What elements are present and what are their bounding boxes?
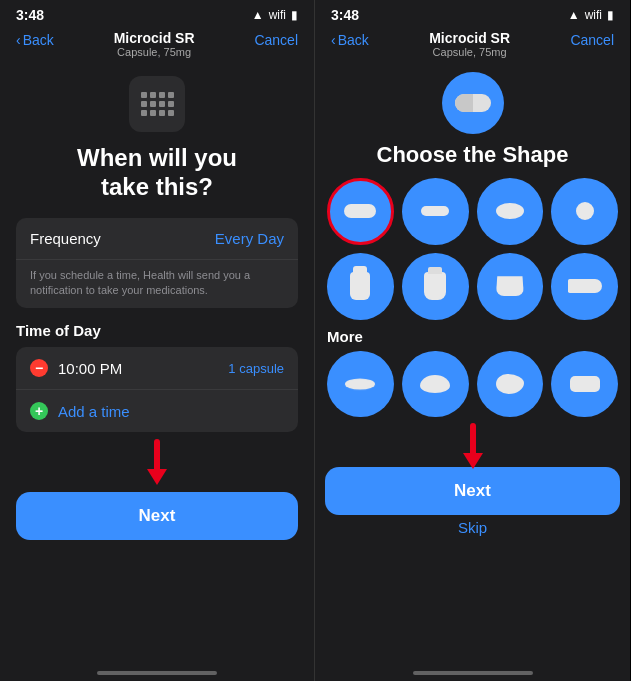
- signal-icon: ▲: [252, 8, 264, 22]
- arrow-shaft-left: [154, 439, 160, 473]
- med-icon-container: [16, 76, 298, 132]
- left-phone-screen: 3:48 ▲ wifi ▮ ‹ Back Microcid SR Capsule…: [0, 0, 315, 681]
- frequency-value: Every Day: [215, 230, 284, 247]
- shape-bottle2[interactable]: [402, 253, 469, 320]
- nav-title-left: Microcid SR: [54, 30, 255, 46]
- chevron-left-icon: ‹: [16, 32, 21, 48]
- capsule-circle-preview: [442, 72, 504, 134]
- rect-icon: [570, 376, 600, 392]
- nav-bar-right: ‹ Back Microcid SR Capsule, 75mg Cancel: [315, 28, 630, 64]
- wifi-icon: wifi: [269, 8, 286, 22]
- choose-shape-heading: Choose the Shape: [325, 142, 620, 168]
- health-note: If you schedule a time, Health will send…: [16, 260, 298, 309]
- back-button-right[interactable]: ‹ Back: [331, 30, 369, 48]
- lens-icon: [420, 375, 450, 393]
- shape-round-small[interactable]: [551, 178, 618, 245]
- time-quantity: 1 capsule: [228, 361, 284, 376]
- capsule-shape-icon: [344, 204, 376, 218]
- frequency-label: Frequency: [30, 230, 101, 247]
- shapes-grid-row2: [325, 253, 620, 320]
- right-phone-screen: 3:48 ▲ wifi ▮ ‹ Back Microcid SR Capsule…: [315, 0, 630, 681]
- next-button-left[interactable]: Next: [16, 492, 298, 540]
- status-time-left: 3:48: [16, 7, 44, 23]
- back-button-left[interactable]: ‹ Back: [16, 30, 54, 48]
- left-main-content: When will youtake this? Frequency Every …: [0, 64, 314, 665]
- status-bar-right: 3:48 ▲ wifi ▮: [315, 0, 630, 28]
- frequency-row[interactable]: Frequency Every Day: [16, 218, 298, 260]
- capsule-pill-preview: [455, 94, 491, 112]
- med-icon-box: [129, 76, 185, 132]
- shape-capsule[interactable]: [327, 178, 394, 245]
- arrow-container-left: [16, 432, 298, 492]
- shape-cup[interactable]: [477, 253, 544, 320]
- shapes-grid-row1: [325, 178, 620, 245]
- more-section-label: More: [325, 328, 620, 345]
- right-main-content: Choose the Shape: [315, 64, 630, 665]
- add-time-label: Add a time: [58, 403, 130, 420]
- shape-bottle1[interactable]: [327, 253, 394, 320]
- tube-icon: [568, 279, 602, 293]
- nav-center-right: Microcid SR Capsule, 75mg: [369, 30, 571, 58]
- home-indicator-right: [413, 671, 533, 675]
- red-arrow-left: [144, 435, 170, 489]
- status-icons-right: ▲ wifi ▮: [568, 8, 614, 22]
- chevron-left-icon-right: ‹: [331, 32, 336, 48]
- round-small-icon: [576, 202, 594, 220]
- nav-title-right: Microcid SR: [369, 30, 571, 46]
- irregular-icon: [496, 374, 524, 394]
- diamond-icon: [345, 377, 376, 391]
- status-icons-left: ▲ wifi ▮: [252, 8, 298, 22]
- home-indicator-left: [97, 671, 217, 675]
- capsule-preview: [325, 72, 620, 134]
- signal-icon-right: ▲: [568, 8, 580, 22]
- nav-bar-left: ‹ Back Microcid SR Capsule, 75mg Cancel: [0, 28, 314, 64]
- nav-subtitle-left: Capsule, 75mg: [54, 46, 255, 58]
- when-heading: When will youtake this?: [16, 144, 298, 202]
- shape-irregular[interactable]: [477, 351, 544, 418]
- more-shapes-row1: [325, 351, 620, 418]
- time-of-day-label: Time of Day: [16, 322, 298, 339]
- cup-icon: [496, 276, 524, 296]
- arrow-shaft-right: [470, 423, 476, 457]
- nav-subtitle-right: Capsule, 75mg: [369, 46, 571, 58]
- time-entries-container: 10:00 PM 1 capsule Add a time: [16, 347, 298, 432]
- shape-oval[interactable]: [477, 178, 544, 245]
- battery-icon: ▮: [291, 8, 298, 22]
- cancel-button-left[interactable]: Cancel: [254, 30, 298, 48]
- battery-icon-right: ▮: [607, 8, 614, 22]
- bottle1-icon: [350, 272, 370, 300]
- arrow-head-right: [463, 453, 483, 469]
- shape-rect[interactable]: [551, 351, 618, 418]
- cancel-button-right[interactable]: Cancel: [570, 30, 614, 48]
- time-value: 10:00 PM: [58, 360, 228, 377]
- nav-center-left: Microcid SR Capsule, 75mg: [54, 30, 255, 58]
- bottle2-icon: [424, 272, 446, 300]
- add-time-button[interactable]: [30, 402, 48, 420]
- shape-diamond[interactable]: [327, 351, 394, 418]
- oval-icon: [496, 203, 524, 219]
- wifi-icon-right: wifi: [585, 8, 602, 22]
- status-bar-left: 3:48 ▲ wifi ▮: [0, 0, 314, 28]
- next-button-right[interactable]: Next: [325, 467, 620, 515]
- shape-oval-flat[interactable]: [402, 178, 469, 245]
- remove-time-button[interactable]: [30, 359, 48, 377]
- arrow-container-right: [325, 417, 620, 467]
- oval-flat-icon: [421, 206, 449, 216]
- red-arrow-right: [460, 419, 486, 465]
- med-icon-grid: [141, 92, 174, 116]
- shape-tube[interactable]: [551, 253, 618, 320]
- arrow-head-left: [147, 469, 167, 485]
- skip-button[interactable]: Skip: [325, 519, 620, 536]
- shape-lens[interactable]: [402, 351, 469, 418]
- status-time-right: 3:48: [331, 7, 359, 23]
- add-time-entry[interactable]: Add a time: [16, 390, 298, 432]
- time-entry-1[interactable]: 10:00 PM 1 capsule: [16, 347, 298, 390]
